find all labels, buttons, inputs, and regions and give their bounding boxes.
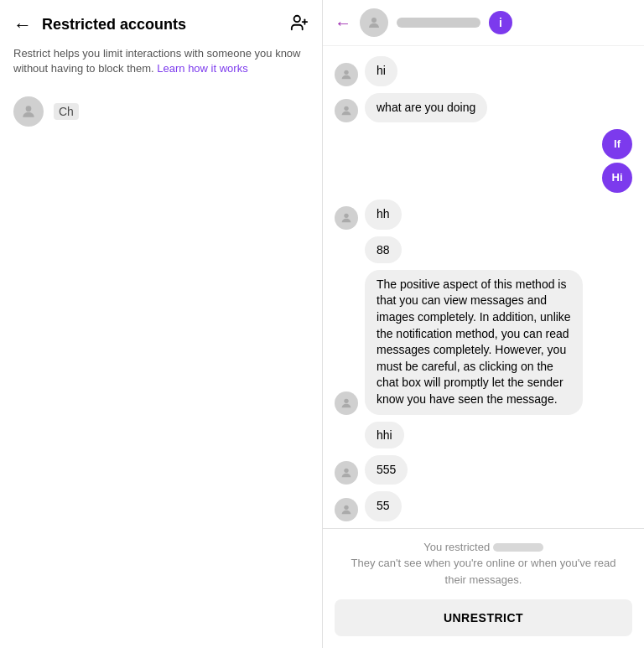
messages-area: hi what are you doing If Hi hh 88 [323, 46, 644, 528]
message-bubble: 88 [365, 236, 402, 263]
sender-avatar [335, 206, 358, 230]
chat-back-icon[interactable]: ← [335, 13, 351, 33]
sender-avatar [335, 99, 358, 122]
chat-header-avatar [360, 8, 388, 37]
svg-point-7 [344, 213, 348, 217]
svg-point-6 [344, 106, 348, 111]
svg-point-3 [26, 106, 32, 112]
add-person-icon[interactable] [290, 13, 309, 36]
left-panel: ← Restricted accounts Restrict helps you… [0, 0, 323, 648]
message-bubble: The positive aspect of this method is th… [365, 270, 583, 415]
chat-username [397, 18, 480, 28]
message-bubble: 555 [365, 455, 408, 485]
restricted-account-item: Ch [13, 90, 309, 133]
restricted-notice: You restricted They can't see when you'r… [340, 539, 627, 588]
message-row: what are you doing [335, 93, 632, 123]
message-bubble-outgoing: If [602, 129, 632, 159]
svg-point-10 [344, 505, 348, 509]
restricted-username-blur [493, 543, 543, 552]
chat-header: ← i [323, 0, 644, 46]
message-row: hi [335, 56, 632, 86]
account-name: Ch [54, 103, 79, 120]
back-arrow-icon[interactable]: ← [13, 14, 32, 36]
restricted-divider: You restricted They can't see when you'r… [323, 528, 644, 592]
sender-avatar [335, 498, 358, 521]
learn-more-link[interactable]: Learn how it works [157, 62, 247, 75]
sender-avatar [335, 63, 358, 86]
info-button[interactable]: i [489, 11, 512, 34]
message-bubble: 55 [365, 491, 402, 521]
account-avatar [13, 96, 44, 127]
unrestrict-button[interactable]: UNRESTRICT [335, 599, 632, 636]
message-bubble-outgoing: Hi [602, 163, 632, 193]
message-row: 555 [335, 455, 632, 485]
svg-point-5 [344, 70, 348, 74]
svg-point-9 [344, 469, 348, 473]
outgoing-group: If Hi [335, 129, 632, 193]
sender-avatar [335, 461, 358, 485]
message-row: hh [335, 200, 632, 230]
sender-avatar [335, 391, 358, 415]
svg-point-4 [371, 18, 377, 23]
message-row: 55 [335, 491, 632, 521]
left-header: ← Restricted accounts [13, 13, 309, 36]
page-title: Restricted accounts [42, 16, 280, 34]
restrict-description: Restrict helps you limit interactions wi… [13, 46, 309, 76]
message-bubble: what are you doing [365, 93, 487, 123]
message-row: 88 [335, 236, 632, 263]
svg-point-0 [294, 16, 300, 22]
message-row: The positive aspect of this method is th… [335, 270, 632, 415]
message-bubble: hi [365, 56, 397, 86]
svg-point-8 [344, 398, 348, 402]
message-bubble: hh [365, 200, 402, 230]
right-panel: ← i hi what are you doing If Hi [323, 0, 644, 648]
message-bubble: hhi [365, 422, 404, 448]
message-row: hhi [335, 422, 632, 448]
